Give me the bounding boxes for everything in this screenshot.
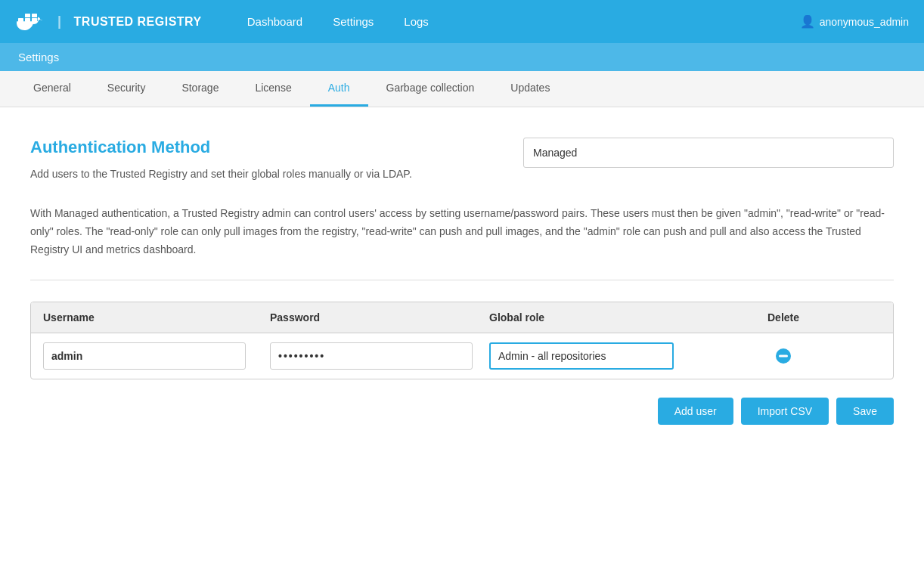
brand: | TRUSTED REGISTRY (15, 9, 202, 35)
username-cell (43, 342, 270, 370)
col-delete: Delete (686, 311, 881, 324)
auth-method-select[interactable]: Managed LDAP (523, 138, 894, 168)
col-password: Password (270, 311, 489, 324)
username: anonymous_admin (820, 16, 909, 28)
auth-section-title: Authentication Method (30, 138, 493, 157)
col-username: Username (43, 311, 270, 324)
nav-settings[interactable]: Settings (318, 0, 389, 43)
password-cell (270, 342, 489, 370)
password-input[interactable] (270, 342, 473, 370)
svg-rect-6 (779, 355, 788, 358)
table-row: Admin - all repositories Read-write Read… (31, 333, 893, 379)
user-icon: 👤 (800, 14, 815, 29)
auth-method-left: Authentication Method Add users to the T… (30, 138, 493, 182)
auth-section-desc: Add users to the Trusted Registry and se… (30, 166, 439, 182)
tab-updates[interactable]: Updates (492, 71, 568, 107)
delete-user-button[interactable] (775, 348, 792, 364)
svg-rect-0 (18, 18, 23, 22)
auth-method-right: Managed LDAP (523, 138, 894, 168)
tab-garbage-collection[interactable]: Garbage collection (368, 71, 493, 107)
main-content: Authentication Method Add users to the T… (0, 107, 924, 447)
minus-circle-icon (775, 348, 792, 364)
nav-logs[interactable]: Logs (389, 0, 444, 43)
col-global-role: Global role (489, 311, 686, 324)
save-button[interactable]: Save (836, 398, 894, 425)
navbar-nav: Dashboard Settings Logs (232, 0, 444, 43)
navbar-divider: | (57, 14, 62, 29)
tab-license[interactable]: License (237, 71, 309, 107)
auth-method-section: Authentication Method Add users to the T… (30, 138, 894, 182)
delete-cell (686, 348, 881, 364)
navbar: | TRUSTED REGISTRY Dashboard Settings Lo… (0, 0, 924, 43)
role-select[interactable]: Admin - all repositories Read-write Read… (489, 342, 674, 370)
add-user-button[interactable]: Add user (658, 398, 733, 425)
table-header: Username Password Global role Delete (31, 302, 893, 333)
auth-method-select-wrapper: Managed LDAP (523, 138, 894, 168)
tab-general[interactable]: General (15, 71, 89, 107)
brand-name: TRUSTED REGISTRY (74, 15, 202, 29)
sub-header: Settings (0, 43, 924, 71)
action-buttons: Add user Import CSV Save (30, 398, 894, 425)
tab-storage[interactable]: Storage (163, 71, 237, 107)
auth-info-text: With Managed authentication, a Trusted R… (30, 205, 894, 258)
users-table: Username Password Global role Delete Adm… (30, 302, 894, 379)
import-csv-button[interactable]: Import CSV (741, 398, 829, 425)
docker-icon (15, 9, 45, 35)
svg-rect-2 (25, 14, 30, 17)
tab-security[interactable]: Security (89, 71, 164, 107)
tabs-bar: General Security Storage License Auth Ga… (0, 71, 924, 107)
nav-dashboard[interactable]: Dashboard (232, 0, 318, 43)
username-input[interactable] (43, 342, 246, 370)
role-cell: Admin - all repositories Read-write Read… (489, 342, 686, 370)
svg-rect-3 (32, 14, 37, 17)
section-divider (30, 280, 894, 280)
navbar-user: 👤 anonymous_admin (800, 14, 909, 29)
sub-header-title: Settings (18, 51, 59, 63)
svg-rect-1 (25, 18, 30, 22)
tab-auth[interactable]: Auth (310, 71, 368, 107)
